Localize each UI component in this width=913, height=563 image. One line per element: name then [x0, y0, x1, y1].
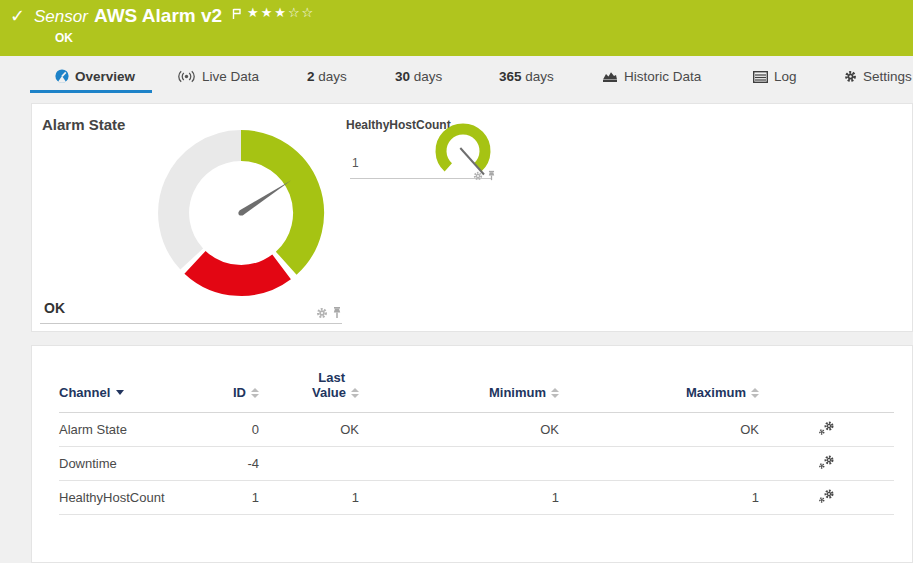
sort-toggle-icon: [251, 388, 259, 398]
sensor-kind-label: Sensor: [34, 7, 88, 27]
tab-number: 30: [395, 69, 410, 84]
sort-toggle-icon: [351, 388, 359, 398]
tab-label: days: [414, 69, 443, 84]
cell-id: 0: [199, 413, 259, 447]
sort-toggle-icon: [751, 388, 759, 398]
alarm-state-gauge: [153, 125, 329, 305]
channel-settings-gears-icon[interactable]: [818, 455, 835, 473]
priority-stars[interactable]: ★★★☆☆: [247, 5, 315, 20]
header-actions: [759, 370, 894, 413]
tab-bar: Overview Live Data 2 days 30 days 365 da…: [0, 56, 913, 97]
gauge-needle: [239, 180, 291, 215]
tab-label: Log: [774, 69, 797, 84]
cell-maximum: 1: [559, 481, 759, 515]
cell-channel[interactable]: Alarm State: [59, 413, 199, 447]
sensor-header: ✓ Sensor AWS Alarm v2 ★★★☆☆ OK: [0, 0, 913, 56]
gear-icon: [844, 70, 857, 86]
cell-minimum: [359, 447, 559, 481]
header-label: Channel: [59, 385, 110, 400]
status-check-icon: ✓: [10, 5, 25, 27]
tab-label: days: [525, 69, 554, 84]
primary-gauge-value: OK: [44, 300, 65, 316]
gauges-panel: Alarm State OK HealthyHostCount: [31, 103, 913, 332]
header-label: Value: [312, 385, 346, 400]
header-label: Minimum: [489, 385, 546, 400]
primary-gauge-tools: [316, 305, 342, 323]
tab-settings[interactable]: Settings: [844, 69, 912, 86]
tab-label: Settings: [863, 69, 912, 84]
tab-label: days: [318, 69, 347, 84]
header-label: Last: [259, 370, 359, 385]
header-minimum[interactable]: Minimum: [359, 370, 559, 413]
header-label: Maximum: [686, 385, 746, 400]
secondary-gauge-value: 1: [352, 156, 359, 170]
secondary-gauge-divider: [350, 178, 492, 179]
cell-last-value: OK: [259, 413, 359, 447]
tab-30-days[interactable]: 30 days: [395, 69, 442, 84]
channels-panel: Channel ID Last Value Minimum Maximum: [31, 345, 913, 563]
primary-gauge-divider: [40, 323, 342, 324]
header-maximum[interactable]: Maximum: [559, 370, 759, 413]
tab-live-data[interactable]: Live Data: [177, 69, 259, 86]
cell-id: 1: [199, 481, 259, 515]
active-tab-underline: [30, 90, 152, 93]
header-last-value[interactable]: Last Value: [259, 370, 359, 413]
tab-2-days[interactable]: 2 days: [307, 69, 347, 84]
cell-maximum: [559, 447, 759, 481]
cell-last-value: [259, 447, 359, 481]
tab-label: Historic Data: [624, 69, 701, 84]
cell-last-value: 1: [259, 481, 359, 515]
cell-minimum: OK: [359, 413, 559, 447]
channels-table: Channel ID Last Value Minimum Maximum: [59, 370, 894, 515]
header-channel[interactable]: Channel: [59, 370, 199, 413]
gauge-icon: [55, 69, 69, 86]
cell-minimum: 1: [359, 481, 559, 515]
flag-icon[interactable]: [232, 6, 242, 24]
live-data-icon: [177, 70, 196, 86]
tab-number: 365: [499, 69, 522, 84]
gauge-settings-gear-icon[interactable]: [316, 305, 328, 323]
tab-overview[interactable]: Overview: [55, 69, 135, 86]
table-row[interactable]: HealthyHostCount 1 1 1 1: [59, 481, 894, 515]
secondary-gauge-tools: [473, 167, 496, 185]
table-row[interactable]: Alarm State 0 OK OK OK: [59, 413, 894, 447]
sort-toggle-icon: [551, 388, 559, 398]
header-label: ID: [233, 385, 246, 400]
cell-channel[interactable]: HealthyHostCount: [59, 481, 199, 515]
gauge-settings-gear-icon[interactable]: [473, 167, 483, 185]
cell-id: -4: [199, 447, 259, 481]
tab-label: Overview: [75, 69, 135, 84]
tab-log[interactable]: Log: [753, 69, 797, 86]
tab-label: Live Data: [202, 69, 259, 84]
pin-icon[interactable]: [332, 305, 342, 323]
page-title: AWS Alarm v2: [94, 5, 222, 27]
tab-historic-data[interactable]: Historic Data: [602, 69, 701, 86]
log-list-icon: [753, 71, 768, 86]
historic-chart-icon: [602, 70, 618, 86]
table-header-row: Channel ID Last Value Minimum Maximum: [59, 370, 894, 413]
cell-channel[interactable]: Downtime: [59, 447, 199, 481]
table-row[interactable]: Downtime -4: [59, 447, 894, 481]
pin-icon[interactable]: [487, 167, 496, 185]
sort-desc-icon: [116, 390, 124, 395]
primary-gauge-title: Alarm State: [42, 116, 125, 133]
tab-number: 2: [307, 69, 315, 84]
header-id[interactable]: ID: [199, 370, 259, 413]
channel-settings-gears-icon[interactable]: [818, 421, 835, 439]
channel-settings-gears-icon[interactable]: [818, 489, 835, 507]
cell-maximum: OK: [559, 413, 759, 447]
tab-365-days[interactable]: 365 days: [499, 69, 554, 84]
sensor-status-badge: OK: [55, 31, 73, 45]
